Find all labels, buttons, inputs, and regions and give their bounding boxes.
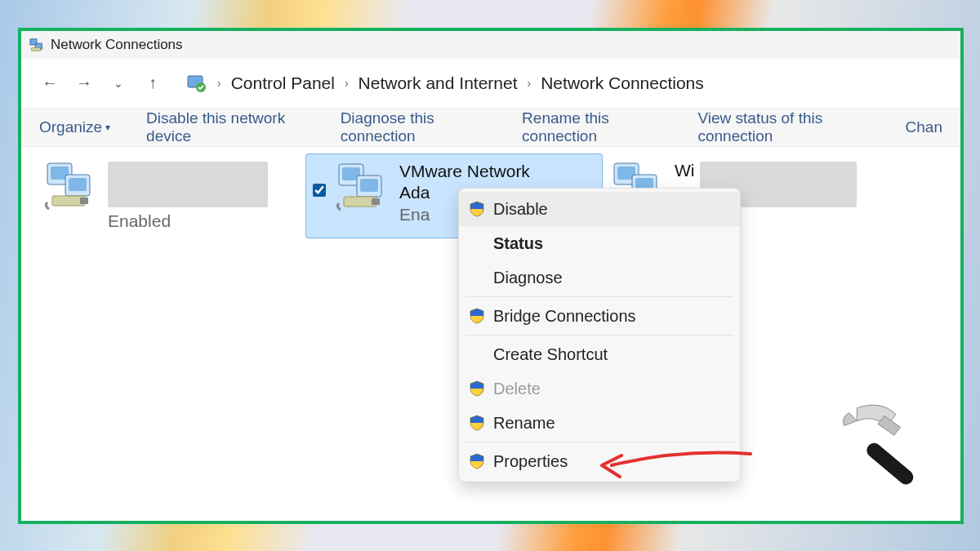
redacted-block <box>108 162 268 207</box>
uac-shield-icon <box>469 308 485 324</box>
adapter-item[interactable]: Enabled <box>36 153 305 238</box>
adapter-status: Enabled <box>108 211 268 232</box>
adapter-name-prefix: Wi <box>675 160 695 181</box>
window-app-icon <box>29 38 44 52</box>
caret-down-icon: ▾ <box>105 122 110 133</box>
menu-item-status[interactable]: Status <box>459 226 740 260</box>
window-title: Network Connections <box>51 37 183 53</box>
network-adapter-icon <box>334 161 391 211</box>
network-adapter-icon <box>42 160 100 211</box>
menu-separator <box>466 442 733 442</box>
menu-item-properties[interactable]: Properties <box>459 444 740 478</box>
uac-shield-icon <box>469 201 485 217</box>
breadcrumb-control-panel[interactable]: Control Panel <box>231 73 335 93</box>
titlebar: Network Connections <box>21 31 960 59</box>
breadcrumb: › Control Panel › Network and Internet ›… <box>212 73 709 93</box>
uac-shield-icon <box>469 415 485 431</box>
navigation-bar: ← → ⌄ ↑ › Control Panel › Network and In… <box>21 59 960 108</box>
menu-separator <box>466 296 733 297</box>
svg-rect-8 <box>32 48 41 51</box>
adapter-text: Enabled <box>108 160 268 232</box>
control-panel-icon <box>186 73 207 94</box>
chevron-right-icon: › <box>345 77 349 90</box>
change-settings-button[interactable]: Chan <box>906 118 942 136</box>
chevron-right-icon: › <box>528 77 532 90</box>
diagnose-connection-button[interactable]: Diagnose this connection <box>341 109 486 145</box>
menu-item-diagnose[interactable]: Diagnose <box>459 260 740 295</box>
menu-item-create-shortcut[interactable]: Create Shortcut <box>459 337 740 371</box>
menu-item-bridge-connections[interactable]: Bridge Connections <box>459 299 740 333</box>
rename-connection-button[interactable]: Rename this connection <box>522 109 662 145</box>
nav-up-button[interactable]: ↑ <box>142 73 163 92</box>
breadcrumb-network-and-internet[interactable]: Network and Internet <box>359 73 518 93</box>
network-connections-window: Network Connections ← → ⌄ ↑ › Control Pa… <box>18 28 964 524</box>
menu-item-delete[interactable]: Delete <box>459 371 740 406</box>
hammer-icon <box>825 392 938 504</box>
breadcrumb-network-connections[interactable]: Network Connections <box>541 73 704 93</box>
command-bar: Organize▾ Disable this network device Di… <box>21 108 960 147</box>
uac-shield-icon <box>469 453 485 469</box>
adapter-checkbox[interactable] <box>313 184 326 197</box>
nav-forward-button[interactable]: → <box>74 73 95 92</box>
menu-item-rename[interactable]: Rename <box>459 406 740 440</box>
content-area: Enabled VMware Network Ada Ena Wi <box>21 147 960 521</box>
nav-recent-dropdown[interactable]: ⌄ <box>108 77 129 90</box>
disable-device-button[interactable]: Disable this network device <box>146 109 305 145</box>
context-menu: Disable Status Diagnose Bridge Connectio… <box>458 188 741 482</box>
nav-back-button[interactable]: ← <box>39 73 60 92</box>
view-status-button[interactable]: View status of this connection <box>697 109 869 145</box>
adapter-name-line1: VMware Network <box>399 161 530 182</box>
uac-shield-icon <box>469 380 485 397</box>
menu-item-disable[interactable]: Disable <box>459 192 740 226</box>
organize-menu[interactable]: Organize▾ <box>39 118 110 136</box>
menu-separator <box>466 335 733 335</box>
chevron-right-icon: › <box>217 77 221 90</box>
svg-rect-11 <box>864 440 916 487</box>
